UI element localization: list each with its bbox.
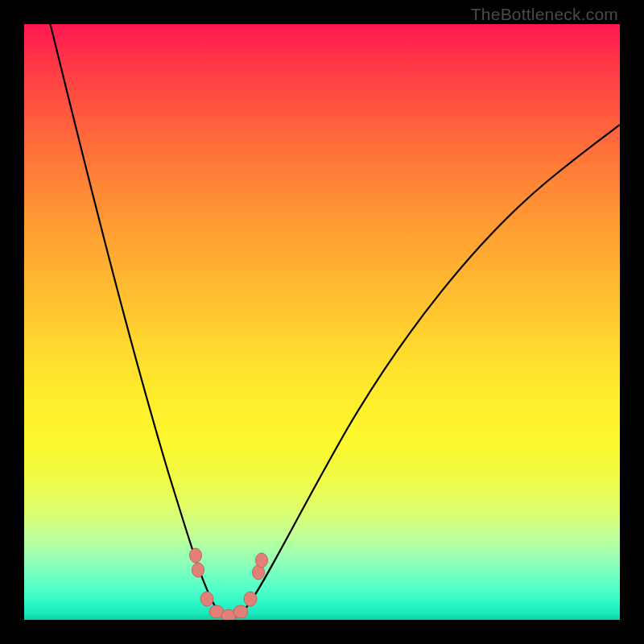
curve-layer <box>24 24 620 620</box>
svg-point-5 <box>233 605 248 618</box>
bottleneck-curve-right <box>229 125 620 618</box>
attribution-text: TheBottleneck.com <box>471 5 618 24</box>
optimal-range-markers <box>190 548 268 620</box>
svg-point-8 <box>256 553 268 568</box>
svg-point-1 <box>192 563 204 577</box>
plot-area <box>24 24 620 620</box>
bottleneck-curve-left <box>48 24 229 618</box>
svg-point-6 <box>244 592 257 606</box>
svg-point-2 <box>200 592 213 606</box>
svg-point-0 <box>190 548 202 563</box>
